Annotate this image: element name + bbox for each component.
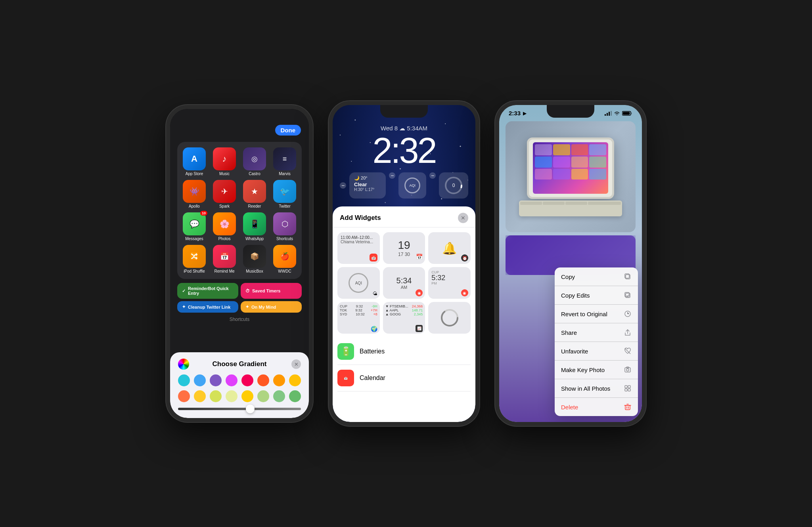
context-menu-copy-edits[interactable]: Copy Edits <box>555 286 638 305</box>
revert-label: Revert to Original <box>561 311 607 317</box>
context-menu-share[interactable]: Share <box>555 323 638 342</box>
app-icon-img-spark: ✈ <box>213 180 236 203</box>
gradient-color-11[interactable] <box>210 390 222 402</box>
app-label-shortcuts: Shortcuts <box>276 237 293 241</box>
copy-edits-label: Copy Edits <box>561 292 590 299</box>
gradient-color-10[interactable] <box>194 390 206 402</box>
shortcut-saved-timers[interactable]: ⏱ Saved Timers <box>241 283 302 299</box>
gradient-color-7[interactable] <box>273 374 285 386</box>
brightness-widget[interactable]: 0 <box>439 172 468 199</box>
shortcut-mind-label: On My Mind <box>251 305 276 309</box>
shortcut-reminderbot[interactable]: ✓ ReminderBot Quick Entry <box>177 283 238 299</box>
gradient-popup: Choose Gradient ✕ <box>170 352 309 418</box>
gradient-color-8[interactable] <box>289 374 301 386</box>
svg-rect-42 <box>625 389 627 391</box>
shortcut-on-my-mind[interactable]: ✦ On My Mind <box>241 301 302 313</box>
app-castro[interactable]: ◎ Castro <box>241 147 268 176</box>
share-icon <box>624 328 632 336</box>
gradient-slider[interactable] <box>178 408 301 410</box>
app-photos[interactable]: 🌸 Photos <box>211 212 237 241</box>
context-menu-delete[interactable]: Delete <box>555 398 638 416</box>
app-appstore[interactable]: A App Store <box>181 147 207 176</box>
app-spark[interactable]: ✈ Spark <box>211 180 237 208</box>
ipad-photo[interactable] <box>506 121 636 232</box>
app-remindme[interactable]: 📅 Remind Me <box>211 245 237 273</box>
widget-calendar-number[interactable]: 19 17 30 📅 <box>383 232 425 264</box>
gradient-color-14[interactable] <box>257 390 269 402</box>
gradient-color-15[interactable] <box>273 390 285 402</box>
aqi-widget[interactable]: AQI <box>398 172 426 199</box>
batteries-icon: 🔋 <box>337 343 354 360</box>
app-label-ipod: iPod Shuffle <box>184 269 205 273</box>
phone1-header: Done <box>170 109 309 139</box>
context-menu-revert[interactable]: Revert to Original <box>555 305 638 323</box>
trash-icon <box>624 403 632 411</box>
key-photo-label: Make Key Photo <box>561 367 605 373</box>
apps-grid-container: A App Store ♪ Music ◎ Castr <box>177 142 302 279</box>
status-left: 2:33 ▶ <box>509 110 527 116</box>
gradient-color-3[interactable] <box>210 374 222 386</box>
context-menu-copy[interactable]: Copy <box>555 267 638 286</box>
gradient-colors-grid <box>178 374 301 402</box>
app-messages[interactable]: 💬 10 Messages <box>181 212 207 241</box>
svg-rect-40 <box>625 386 627 388</box>
status-right-icons <box>605 111 632 116</box>
widget-worldclock[interactable]: CUP 5:32 PM ◉ <box>428 267 471 299</box>
gradient-color-5[interactable] <box>241 374 253 386</box>
app-icon-img-appstore: A <box>183 147 206 170</box>
weather-widget[interactable]: 🌙 20° Clear H:30° L:17° <box>349 172 386 199</box>
messages-badge: 10 <box>200 211 207 216</box>
widget-list-calendar[interactable]: 📅 Calendar <box>337 365 471 391</box>
context-menu-unfavorite[interactable]: Unfavorite <box>555 342 638 361</box>
widget-stocks[interactable]: ▼ FTSEMIB...24,366 ▲ AAPL148.71 ▲ GOOG2,… <box>383 302 425 334</box>
add-widgets-close[interactable]: ✕ <box>458 213 468 223</box>
widget-aqi[interactable]: AQI 🌤 <box>337 267 380 299</box>
svg-point-17 <box>385 202 386 203</box>
ipad-frame <box>527 137 614 199</box>
app-wwdc[interactable]: 🍎 WWDC <box>272 245 298 273</box>
copy-icon <box>624 273 632 281</box>
shortcut-cleanup-twitter[interactable]: ✦ Cleanup Twitter Link <box>177 301 238 313</box>
app-whatsapp[interactable]: 📱 WhatsApp <box>241 212 268 241</box>
widget-calendar-event[interactable]: 11:00 AM–12:00... Chiama Veterina... 📅 <box>337 232 380 264</box>
app-label-twitter: Twitter <box>279 204 290 208</box>
widget-worldclocks[interactable]: CUP9:32-9H TOK9:32+7H SYD10:32+8 🌍 <box>337 302 380 334</box>
app-label-appstore: App Store <box>186 172 203 176</box>
app-musicbox[interactable]: 📦 MusicBox <box>241 245 268 273</box>
widget-timer-dial[interactable] <box>428 302 471 334</box>
shortcuts-section-label: Shortcuts <box>177 317 302 322</box>
shortcut-timers-icon: ⏱ <box>245 288 250 293</box>
phone-3: 2:33 ▶ <box>495 101 646 426</box>
done-button[interactable]: Done <box>275 125 301 136</box>
widget-reminder[interactable]: 🔔 ⏰ <box>428 232 471 264</box>
gradient-close-button[interactable]: ✕ <box>291 359 301 369</box>
revert-icon <box>624 310 632 318</box>
show-all-photos-label: Show in All Photos <box>561 385 610 392</box>
widget-clock[interactable]: 5:34 AM ◉ <box>383 267 425 299</box>
app-label-remindme: Remind Me <box>214 269 234 273</box>
calendar-icon: 📅 <box>337 370 354 386</box>
gradient-color-1[interactable] <box>178 374 190 386</box>
gradient-color-4[interactable] <box>226 374 237 386</box>
app-music[interactable]: ♪ Music <box>211 147 237 176</box>
context-menu-show-all-photos[interactable]: Show in All Photos <box>555 379 638 398</box>
gradient-popup-title: Choose Gradient <box>213 360 267 368</box>
app-apollo[interactable]: 👾 Apollo <box>181 180 207 208</box>
widget-list-batteries[interactable]: 🔋 Batteries <box>337 338 471 365</box>
gradient-color-2[interactable] <box>194 374 206 386</box>
gradient-color-9[interactable] <box>178 390 190 402</box>
app-marvis[interactable]: ≡ Marvis <box>272 147 298 176</box>
gradient-color-6[interactable] <box>257 374 269 386</box>
copy-label: Copy <box>561 273 575 280</box>
app-twitter[interactable]: 🐦 Twitter <box>272 180 298 208</box>
app-icon-img-marvis: ≡ <box>273 147 296 170</box>
context-menu-key-photo[interactable]: Make Key Photo <box>555 361 638 379</box>
app-shortcuts[interactable]: ⬡ Shortcuts <box>272 212 298 241</box>
app-reeder[interactable]: ★ Reeder <box>241 180 268 208</box>
app-icon-img-apollo: 👾 <box>183 180 206 203</box>
gradient-color-12[interactable] <box>226 390 237 402</box>
app-icon-img-musicbox: 📦 <box>243 245 266 268</box>
app-ipod[interactable]: 🔀 iPod Shuffle <box>181 245 207 273</box>
gradient-color-16[interactable] <box>289 390 301 402</box>
gradient-color-13[interactable] <box>241 390 253 402</box>
